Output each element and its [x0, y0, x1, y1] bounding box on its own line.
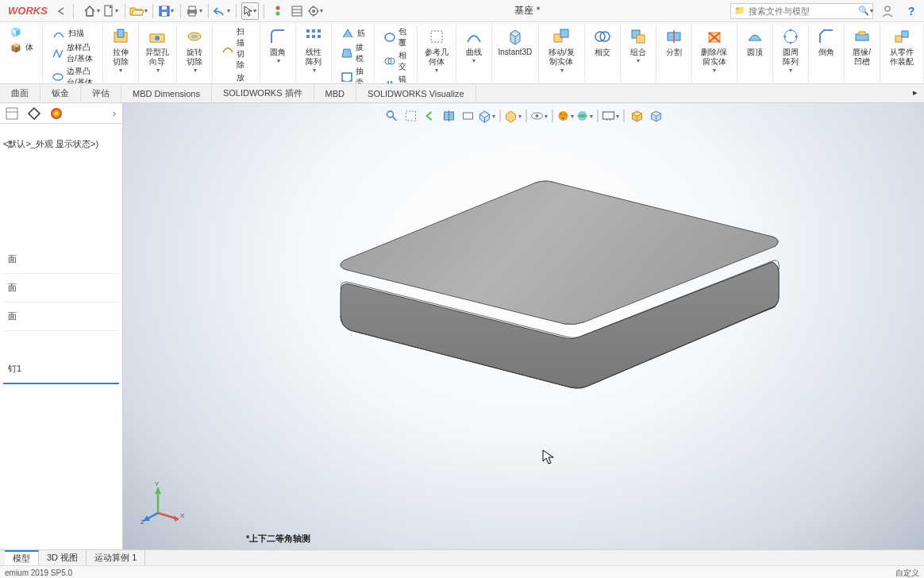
options-icon[interactable]	[288, 2, 306, 20]
search-dropdown-icon[interactable]: ▾	[870, 7, 873, 14]
tab-mbd-dimensions[interactable]: MBD Dimensions	[121, 84, 212, 102]
svg-rect-44	[637, 35, 645, 43]
extrude-cut-button[interactable]: 拉伸切除▾	[106, 25, 135, 75]
svg-rect-56	[859, 32, 865, 35]
svg-rect-28	[312, 29, 315, 33]
svg-rect-2	[162, 12, 167, 16]
lip-groove-button[interactable]: 唇缘/凹槽	[848, 25, 876, 68]
tab-motion-study[interactable]: 运动算例 1	[87, 550, 145, 565]
boundary-boss-button[interactable]: 边界凸台/基体	[49, 65, 96, 84]
tab-evaluate[interactable]: 评估	[81, 84, 121, 102]
tree-item-face-2[interactable]: 面	[3, 274, 119, 302]
tree-item-face-3[interactable]: 面	[3, 302, 119, 331]
svg-rect-31	[312, 35, 315, 38]
revolve-cut-button[interactable]: 旋转切除▾	[180, 25, 209, 75]
extrude-boss-button[interactable]: 放样凸台/基体	[49, 41, 96, 65]
save-icon[interactable]: ▾	[158, 2, 175, 20]
svg-point-61	[51, 108, 62, 119]
svg-text:Y: Y	[155, 480, 160, 487]
menubar: WORKS ▾ ▾ ▾ ▾ ▾ ▾ ▾ ▾ 基座 * 📁 🔍 ▾ ?	[0, 0, 924, 22]
search-icon[interactable]: 🔍	[858, 6, 869, 16]
svg-text:X: X	[180, 512, 185, 519]
svg-point-18	[885, 6, 890, 11]
svg-point-19	[53, 74, 63, 80]
view-orientation-label: *上下二等角轴测	[246, 533, 310, 545]
rebuild-icon[interactable]	[269, 2, 287, 20]
svg-point-7	[275, 6, 279, 10]
collapse-icon[interactable]	[52, 2, 70, 20]
wrap-button[interactable]: 包覆	[381, 25, 410, 49]
tab-3d-view[interactable]: 3D 视图	[39, 550, 87, 565]
split-button[interactable]: 分割	[660, 25, 688, 59]
settings-icon[interactable]: ▾	[307, 2, 325, 20]
print-icon[interactable]: ▾	[186, 2, 203, 20]
circular-pattern-button[interactable]: 圆周阵列▾	[776, 25, 805, 75]
svg-point-53	[789, 42, 791, 44]
chamfer-button[interactable]: 倒角	[812, 25, 841, 59]
tree-item-face-1[interactable]: 面	[3, 245, 119, 274]
orientation-triad[interactable]: X Y Z	[139, 478, 187, 526]
move-copy-button[interactable]: 移动/复制实体▾	[542, 25, 580, 75]
intersect-button[interactable]: 相交	[381, 49, 410, 73]
open-icon[interactable]: ▾	[130, 2, 148, 20]
feature-tree-icon[interactable]	[3, 105, 21, 122]
shell-button[interactable]: 抽壳	[338, 65, 368, 84]
svg-rect-6	[189, 13, 195, 16]
curves-button[interactable]: 曲线▾	[460, 25, 488, 66]
delete-keep-button[interactable]: 删除/保留实体▾	[695, 25, 733, 75]
home-icon[interactable]: ▾	[83, 2, 101, 20]
linear-pattern-button[interactable]: 线性阵列▾	[299, 25, 328, 75]
from-assembly-button[interactable]: 从零件作装配	[884, 25, 920, 68]
scan-button[interactable]: 扫描	[49, 25, 96, 41]
help-icon[interactable]: ?	[902, 2, 921, 21]
tab-solidworks-visualize[interactable]: SOLIDWORKS Visualize	[356, 84, 475, 102]
hole-wizard-button[interactable]: 异型孔向导▾	[142, 25, 173, 75]
feature-manager: › <默认>_外观 显示状态>) 面 面 面 钉1	[0, 103, 123, 549]
status-mode: 自定义	[895, 568, 919, 579]
panel-expand-icon[interactable]: ›	[110, 108, 119, 119]
scan-cut-button[interactable]: 扫描切除	[219, 25, 253, 71]
svg-point-23	[155, 36, 160, 40]
appearance-icon[interactable]	[48, 105, 65, 122]
feature-tabs: 曲面 钣金 评估 MBD Dimensions SOLIDWORKS 插件 MB…	[0, 84, 924, 103]
document-title: 基座 *	[325, 4, 730, 17]
instant3d-button[interactable]: Instant3D	[495, 25, 536, 59]
combine-button[interactable]: 组合▾	[624, 25, 653, 66]
svg-marker-81	[155, 487, 161, 494]
svg-rect-32	[318, 35, 321, 38]
user-icon[interactable]	[878, 2, 897, 21]
tree-item-pin[interactable]: 钉1	[3, 355, 119, 384]
svg-rect-5	[189, 6, 195, 10]
dome-button[interactable]: 圆顶	[741, 25, 769, 59]
display-state-label: <默认>_外观 显示状态>)	[3, 138, 119, 150]
tabs-overflow-icon[interactable]: ▸	[907, 84, 924, 102]
mirror-button[interactable]: 镜向	[381, 73, 410, 84]
model-base[interactable]	[123, 103, 924, 549]
tab-solidworks-addins[interactable]: SOLIDWORKS 插件	[212, 84, 314, 102]
configuration-icon[interactable]	[25, 105, 43, 122]
ref-geometry-button[interactable]: 参考几何体▾	[421, 25, 452, 75]
body-button[interactable]: 📦体	[6, 40, 36, 56]
rib-button[interactable]: 筋	[338, 25, 368, 41]
draft-button[interactable]: 拔模	[338, 41, 368, 65]
boss-base-button[interactable]: 🧊	[6, 24, 36, 40]
new-icon[interactable]: ▾	[102, 2, 120, 20]
svg-rect-3	[162, 6, 167, 10]
3d-viewport[interactable]: ▾ ▾ ▾ ▾ ▾ ▾	[123, 103, 924, 549]
tab-sheetmetal[interactable]: 钣金	[40, 84, 81, 102]
status-bar: emium 2019 SP5.0 自定义	[0, 565, 924, 578]
tab-model[interactable]: 模型	[5, 550, 39, 565]
tab-mbd[interactable]: MBD	[314, 84, 356, 102]
select-icon[interactable]: ▾	[241, 2, 259, 20]
search-box[interactable]: 📁 🔍 ▾	[730, 3, 873, 19]
svg-point-25	[191, 35, 198, 39]
intersect2-button[interactable]: 相交	[588, 25, 617, 59]
fillet-button[interactable]: 圆角▾	[264, 25, 292, 66]
svg-rect-40	[560, 29, 568, 37]
svg-point-52	[795, 36, 797, 38]
search-input[interactable]	[749, 6, 858, 16]
loft-cut-button[interactable]: 放样切割	[219, 71, 253, 84]
tab-surface[interactable]: 曲面	[0, 84, 40, 102]
undo-icon[interactable]: ▾	[214, 2, 231, 20]
svg-text:Z: Z	[141, 518, 144, 526]
